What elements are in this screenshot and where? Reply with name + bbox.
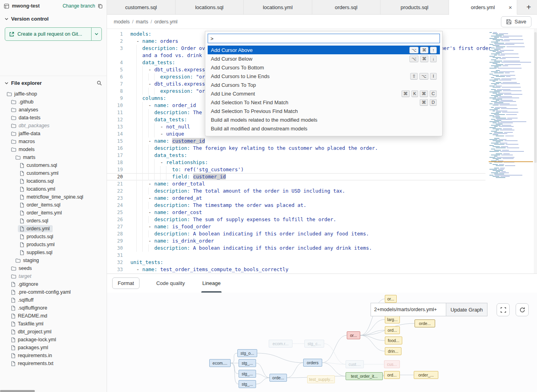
code-line[interactable]: 15 - name: customer_id <box>107 138 485 145</box>
minimap[interactable] <box>489 32 533 184</box>
lineage-node-ord1[interactable]: ord... <box>385 326 400 334</box>
tree-item-locations.yml[interactable]: locations.yml <box>0 185 107 193</box>
tree-item-analyses[interactable]: analyses <box>0 106 107 114</box>
code-line[interactable]: 24 description: The timestamp the order … <box>107 202 485 209</box>
copy-icon[interactable] <box>98 4 103 9</box>
palette-item[interactable]: Add Line Comment⌘K⌘C <box>208 89 440 98</box>
code-line[interactable]: 28 description: A boolean indicating if … <box>107 230 485 237</box>
lineage-node-ecom[interactable]: ecom.... <box>209 359 231 367</box>
code-line[interactable]: 21 - name: order_total <box>107 180 485 187</box>
format-button[interactable]: Format <box>112 277 140 289</box>
change-branch-link[interactable]: Change branch <box>63 3 95 9</box>
code-editor[interactable]: 1models:2 - name: orders3 description: O… <box>107 29 537 273</box>
editor-scrollbar-thumb[interactable] <box>534 32 537 163</box>
update-graph-button[interactable]: Update Graph <box>446 303 487 316</box>
code-line[interactable]: 22 description: The total amount of the … <box>107 187 485 195</box>
search-icon[interactable] <box>97 80 102 86</box>
code-line[interactable]: 17 data_tests: <box>107 152 485 159</box>
code-line[interactable]: 26 description: The sum of supply expens… <box>107 216 485 223</box>
code-line[interactable]: 16 description: The foreign key relating… <box>107 145 485 152</box>
save-button[interactable]: Save <box>501 16 531 27</box>
tree-item-staging[interactable]: staging <box>0 256 107 264</box>
tree-item-orders.yml[interactable]: orders.yml <box>0 225 107 233</box>
tree-item-products.sql[interactable]: products.sql <box>0 233 107 241</box>
tree-item-macros[interactable]: macros <box>0 138 107 145</box>
create-pr-button[interactable]: Create a pull request on Git... <box>5 28 91 40</box>
command-palette-input[interactable] <box>208 34 440 43</box>
tree-item-.pre-commit-config.yaml[interactable]: .pre-commit-config.yaml <box>0 288 107 296</box>
tree-item-README.md[interactable]: README.md <box>0 312 107 320</box>
lineage-node-supply_g[interactable]: test_supply... <box>307 375 335 383</box>
code-line[interactable]: 25 - name: order_cost <box>107 209 485 216</box>
tree-item-.gitignore[interactable]: .gitignore <box>0 280 107 288</box>
code-line[interactable]: 19 to: ref('stg_customers') <box>107 166 485 173</box>
lineage-node-test_g[interactable]: test_order_it... <box>346 372 383 380</box>
lineage-node-ecom_g[interactable]: ecom.r... <box>269 340 292 348</box>
tree-item-.github[interactable]: .github <box>0 98 107 106</box>
tree-item-dbt_project.yml[interactable]: dbt_project.yml <box>0 328 107 336</box>
palette-item[interactable]: Add Cursor Below⌥⌘↓ <box>208 54 440 63</box>
tree-item-customers.sql[interactable]: customers.sql <box>0 161 107 169</box>
tree-item-order_items.yml[interactable]: order_items.yml <box>0 209 107 217</box>
code-line[interactable]: 32unit_tests: <box>107 259 485 266</box>
lineage-node-cust_g[interactable]: cust.... <box>346 360 364 368</box>
tree-item-metricflow_time_spine.sql[interactable]: metricflow_time_spine.sql <box>0 193 107 201</box>
lineage-node-or_top[interactable]: or... <box>385 295 397 303</box>
breadcrumb-item[interactable]: models <box>114 19 130 25</box>
tab-locations.sql[interactable]: locations.sql <box>176 0 244 14</box>
tab-orders.sql[interactable]: orders.sql <box>312 0 381 14</box>
lineage-node-order_y[interactable]: order_... <box>414 371 438 379</box>
pr-dropdown-button[interactable] <box>91 28 101 40</box>
palette-item[interactable]: Build all modified and downstream models <box>208 124 440 133</box>
lineage-node-stg2[interactable]: stg_... <box>239 370 256 378</box>
tree-item-requirements.txt[interactable]: requirements.txt <box>0 359 107 367</box>
code-line[interactable]: 27 - name: is_food_order <box>107 223 485 230</box>
code-line[interactable]: 33 - name: test_order_items_compute_to_b… <box>107 266 485 273</box>
breadcrumb-item[interactable]: orders.yml <box>155 19 178 25</box>
palette-item[interactable]: Add Cursors to Line Ends⇧⌥I <box>208 72 440 80</box>
code-line[interactable]: 23 - name: ordered_at <box>107 195 485 202</box>
file-explorer-header[interactable]: File explorer <box>0 76 107 89</box>
breadcrumb-item[interactable]: marts <box>136 19 148 25</box>
version-control-header[interactable]: Version control <box>0 12 107 25</box>
tab-lineage[interactable]: Lineage <box>201 274 221 293</box>
code-line[interactable]: 29 - name: is_drink_order <box>107 237 485 245</box>
lineage-node-stg1[interactable]: stg_... <box>239 359 256 367</box>
lineage-node-orde_mid[interactable]: orde... <box>269 374 287 382</box>
tree-item-seeds[interactable]: seeds <box>0 264 107 272</box>
code-line[interactable]: 18 - relationships: <box>107 159 485 166</box>
tree-item-products.yml[interactable]: products.yml <box>0 241 107 249</box>
palette-item[interactable]: Build all models related to the modified… <box>208 115 440 124</box>
tree-item-data-tests[interactable]: data-tests <box>0 114 107 122</box>
tree-item-locations.sql[interactable]: locations.sql <box>0 177 107 185</box>
new-tab-button[interactable]: + <box>520 0 537 14</box>
tree-item-package-lock.yml[interactable]: package-lock.yml <box>0 336 107 344</box>
palette-item[interactable]: Add Cursors To Top <box>208 80 440 89</box>
tree-item-orders.sql[interactable]: orders.sql <box>0 217 107 225</box>
code-line[interactable]: 30 description: A boolean indicating if … <box>107 245 485 252</box>
tree-item-jaffle-shop[interactable]: jaffle-shop <box>0 90 107 98</box>
lineage-node-ord2[interactable]: ord... <box>384 371 400 379</box>
tree-item-.sqlfluff[interactable]: .sqlfluff <box>0 296 107 304</box>
tab-products.sql[interactable]: products.sql <box>380 0 449 14</box>
palette-item[interactable]: Add Selection To Next Find Match⌘D <box>208 98 440 107</box>
tree-item-target[interactable]: target <box>0 272 107 280</box>
tab-locations.yml[interactable]: locations.yml <box>244 0 312 14</box>
tab-orders.yml[interactable]: orders.yml× <box>449 0 518 15</box>
lineage-node-larg[interactable]: larg... <box>385 316 400 323</box>
lineage-node-or_pink[interactable]: or... <box>347 331 360 339</box>
close-icon[interactable]: × <box>508 4 512 10</box>
palette-item[interactable]: Add Selection To Previous Find Match <box>208 107 440 115</box>
lineage-node-food[interactable]: food... <box>385 337 402 344</box>
tree-item-order_items.sql[interactable]: order_items.sql <box>0 201 107 209</box>
refresh-button[interactable] <box>516 303 529 316</box>
code-line[interactable]: 20 field: customer_id <box>107 173 485 180</box>
palette-item[interactable]: Add Cursor Above⌥⌘↑ <box>208 46 440 54</box>
lineage-node-orde_right[interactable]: orde... <box>415 319 435 327</box>
palette-item[interactable]: Add Cursors To Bottom <box>208 63 440 72</box>
tree-item-Taskfile.yml[interactable]: Taskfile.yml <box>0 320 107 328</box>
tree-item-packages.yml[interactable]: packages.yml <box>0 344 107 352</box>
editor-scrollbar[interactable] <box>534 29 537 273</box>
tree-item-.sqlfluffignore[interactable]: .sqlfluffignore <box>0 304 107 312</box>
lineage-node-cus_g[interactable]: cus... <box>384 360 400 368</box>
